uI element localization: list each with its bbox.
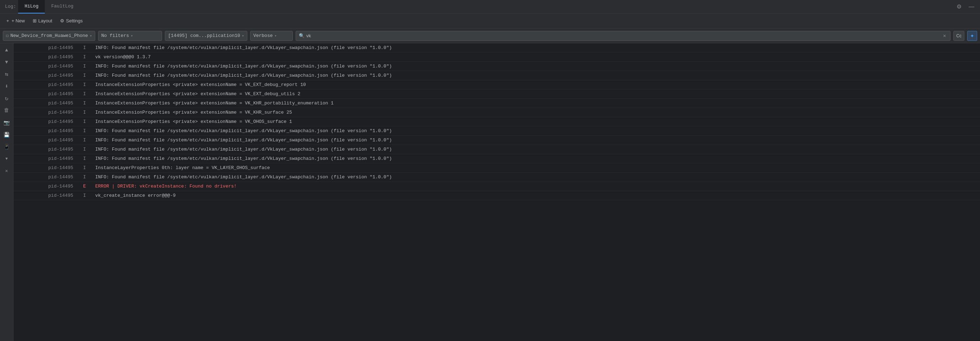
log-pid: pid-14495 [13, 73, 78, 78]
search-clear-icon[interactable]: ✕ [942, 33, 947, 39]
toolbar: + + New ⊞ Layout ⚙ Settings [0, 14, 980, 29]
log-pid: pid-14495 [13, 45, 78, 51]
settings-icon-btn[interactable]: ⚙ [955, 2, 963, 11]
tab-bar: Log: HiLog FaultLog ⚙ — [0, 0, 980, 14]
log-row: pid-14495IInstanceExtensionProperties <p… [13, 117, 980, 127]
log-row: pid-14495IINFO: Found manifest file /sys… [13, 173, 980, 182]
tab-bar-left: Log: HiLog FaultLog [3, 0, 80, 14]
log-message: INFO: Found manifest file /system/etc/vu… [92, 63, 980, 69]
log-level: I [78, 119, 92, 124]
layout-icon: ⊞ [33, 18, 37, 24]
log-level: I [78, 100, 92, 106]
plus-icon: + [6, 18, 9, 24]
log-pid: pid-14495 [13, 91, 78, 97]
save-icon[interactable]: 💾 [2, 129, 12, 140]
log-row: pid-14495EERROR | DRIVER: vkCreateInstan… [13, 182, 980, 191]
log-message: InstanceExtensionProperties <private> ex… [92, 110, 980, 115]
download-icon[interactable]: ⬇ [2, 81, 12, 92]
log-message: InstanceLayerProperties 0th: layer name … [92, 165, 980, 170]
close-icon[interactable]: ✕ [2, 165, 12, 176]
log-message: INFO: Found manifest file /system/etc/vu… [92, 138, 980, 143]
log-pid: pid-14495 [13, 119, 78, 124]
regex-button[interactable]: ✦ [967, 31, 977, 41]
filter-dropdown-arrow: ▾ [131, 34, 133, 38]
log-pid: pid-14495 [13, 174, 78, 180]
device-dropdown-arrow: ▾ [90, 34, 92, 38]
log-level: I [78, 45, 92, 51]
search-icon: 🔍 [299, 33, 304, 39]
log-level: I [78, 82, 92, 87]
log-row: pid-14495IInstanceLayerProperties 0th: l… [13, 163, 980, 173]
log-level: I [78, 147, 92, 152]
tab-bar-right: ⚙ — [955, 2, 980, 11]
device-select[interactable]: ☐ New_Device_from_Huawei_Phone ▾ [3, 31, 95, 41]
log-row: pid-14495IINFO: Found manifest file /sys… [13, 145, 980, 154]
delete-icon[interactable]: 🗑 [2, 105, 12, 116]
log-level: I [78, 174, 92, 180]
log-pid: pid-14495 [13, 138, 78, 143]
log-row: pid-14495Ivk_create_instance error@@@-9 [13, 191, 980, 200]
wrap-lines-icon[interactable]: ⇆ [2, 69, 12, 79]
verbose-select[interactable]: Verbose ▾ [250, 31, 293, 41]
log-pid: pid-14495 [13, 110, 78, 115]
log-level: I [78, 54, 92, 60]
process-select[interactable]: [14495] com...pplication10 ▾ [165, 31, 247, 41]
log-row: pid-14495IINFO: Found manifest file /sys… [13, 136, 980, 145]
log-message: ERROR | DRIVER: vkCreateInstance: Found … [92, 184, 980, 189]
log-pid: pid-14495 [13, 54, 78, 60]
log-row: pid-14495IInstanceExtensionProperties <p… [13, 108, 980, 117]
log-pid: pid-14495 [13, 147, 78, 152]
main-area: ▲ ▼ ⇆ ⬇ ↻ 🗑 📷 💾 📱 ▼ ✕ pid-14495IINFO: Fo… [0, 43, 980, 341]
case-sensitive-button[interactable]: Cc [953, 31, 964, 41]
verbose-dropdown-arrow: ▾ [274, 34, 277, 38]
device-icon: ☐ [6, 33, 8, 38]
log-level: I [78, 91, 92, 97]
filter-icon[interactable]: ▼ [2, 154, 12, 164]
search-bar: 🔍 ✕ [296, 31, 950, 41]
log-level: I [78, 165, 92, 170]
layout-button[interactable]: ⊞ Layout [30, 17, 55, 25]
filter-select[interactable]: No filters ▾ [98, 31, 162, 41]
new-button[interactable]: + + New [3, 17, 28, 25]
screenshot-icon[interactable]: 📷 [2, 117, 12, 128]
log-prefix-label: Log: [3, 4, 18, 9]
log-row: pid-14495IINFO: Found manifest file /sys… [13, 127, 980, 136]
sidebar: ▲ ▼ ⇆ ⬇ ↻ 🗑 📷 💾 📱 ▼ ✕ [0, 43, 13, 341]
log-pid: pid-14495 [13, 128, 78, 133]
search-input[interactable] [306, 33, 940, 38]
log-pid: pid-14495 [13, 63, 78, 69]
filter-bar: ☐ New_Device_from_Huawei_Phone ▾ No filt… [0, 29, 980, 43]
log-pid: pid-14495 [13, 193, 78, 198]
log-message: INFO: Found manifest file /system/etc/vu… [92, 174, 980, 180]
scroll-up-icon[interactable]: ▲ [2, 45, 12, 56]
log-message: InstanceExtensionProperties <private> ex… [92, 82, 980, 87]
log-message: INFO: Found manifest file /system/etc/vu… [92, 73, 980, 78]
settings-button[interactable]: ⚙ Settings [57, 17, 86, 25]
log-row: pid-14495IInstanceExtensionProperties <p… [13, 89, 980, 99]
log-row: pid-14495IInstanceExtensionProperties <p… [13, 99, 980, 108]
log-level: I [78, 110, 92, 115]
refresh-icon[interactable]: ↻ [2, 93, 12, 104]
log-pid: pid-14495 [13, 100, 78, 106]
log-row: pid-14495IInstanceExtensionProperties <p… [13, 80, 980, 89]
log-row: pid-14495IINFO: Found manifest file /sys… [13, 62, 980, 71]
tab-hilog[interactable]: HiLog [18, 0, 45, 14]
log-content[interactable]: pid-14495IINFO: Found manifest file /sys… [13, 43, 980, 341]
tab-faultlog[interactable]: FaultLog [45, 0, 80, 14]
log-message: InstanceExtensionProperties <private> ex… [92, 119, 980, 124]
log-message: INFO: Found manifest file /system/etc/vu… [92, 45, 980, 51]
log-message: InstanceExtensionProperties <private> ex… [92, 100, 980, 106]
process-dropdown-arrow: ▾ [242, 34, 244, 38]
log-row: pid-14495IINFO: Found manifest file /sys… [13, 71, 980, 80]
minimize-icon-btn[interactable]: — [967, 2, 976, 11]
log-pid: pid-14495 [13, 156, 78, 161]
device-icon[interactable]: 📱 [2, 141, 12, 152]
log-level: I [78, 128, 92, 133]
log-pid: pid-14495 [13, 165, 78, 170]
scroll-down-icon[interactable]: ▼ [2, 57, 12, 68]
log-message: INFO: Found manifest file /system/etc/vu… [92, 128, 980, 133]
log-row: pid-14495IINFO: Found manifest file /sys… [13, 154, 980, 163]
log-level: I [78, 193, 92, 198]
log-message: vk version@@@0 1.3.7 [92, 54, 980, 60]
log-rows-container: pid-14495IINFO: Found manifest file /sys… [13, 43, 980, 200]
